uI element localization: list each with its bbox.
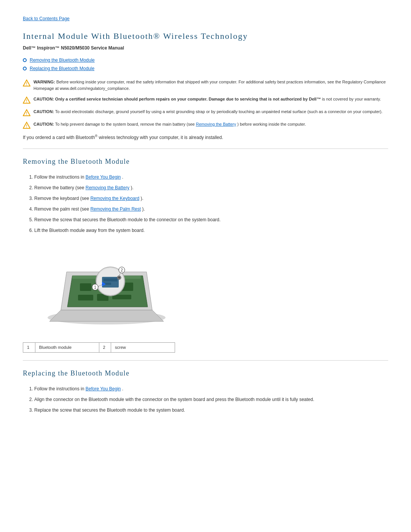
toc-item-removing: Removing the Bluetooth Module: [23, 57, 388, 64]
part-label-1: Bluetooth module: [35, 343, 99, 353]
step2-link[interactable]: Removing the Battery: [86, 185, 129, 190]
part-num-1: 1: [23, 343, 35, 353]
svg-marker-9: [49, 310, 164, 321]
removing-section-title: Removing the Bluetooth Module: [23, 157, 388, 167]
svg-text:2: 2: [121, 268, 123, 272]
step4-link[interactable]: Removing the Palm Rest: [90, 206, 141, 212]
removing-step-4: Remove the palm rest (see Removing the P…: [34, 206, 388, 212]
svg-text:!: !: [26, 124, 27, 128]
manual-subtitle: Dell™ Inspiron™ N5020/M5030 Service Manu…: [23, 45, 388, 51]
replacing-section-title: Replacing the Bluetooth Module: [23, 368, 388, 379]
replacing-step-3: Replace the screw that secures the Bluet…: [34, 407, 388, 414]
caution-text-1: CAUTION: Only a certified service techni…: [33, 96, 381, 102]
removing-section: Removing the Bluetooth Module Follow the…: [23, 157, 388, 353]
intro-text: If you ordered a card with Bluetooth® wi…: [23, 134, 388, 141]
caution-icon-1: !: [23, 96, 30, 104]
step1-post: .: [122, 174, 123, 180]
rep-step1-pre: Follow the instructions in: [34, 386, 86, 391]
toc-link-removing[interactable]: Removing the Bluetooth Module: [30, 57, 95, 64]
caution-block-1: ! CAUTION: Only a certified service tech…: [23, 96, 388, 104]
caution-bold-1: Only a certified service technician shou…: [55, 97, 321, 101]
caution-label-2: CAUTION:: [33, 109, 55, 114]
removing-step-6: Lift the Bluetooth module away from the …: [34, 227, 388, 234]
parts-table-row-1: 1 Bluetooth module 2 screw: [23, 343, 175, 353]
toc-list: Removing the Bluetooth Module Replacing …: [23, 57, 388, 72]
svg-rect-12: [80, 283, 91, 291]
warning-text: WARNING: Before working inside your comp…: [33, 79, 388, 91]
step6-text: Lift the Bluetooth module away from the …: [34, 228, 145, 233]
parts-table: 1 Bluetooth module 2 screw: [23, 342, 175, 353]
caution-pre-3: To help prevent damage to the system boa…: [55, 122, 196, 126]
removing-step-1: Follow the instructions in Before You Be…: [34, 174, 388, 181]
caution-content-2: To avoid electrostatic discharge, ground…: [55, 109, 382, 114]
step3-pre: Remove the keyboard (see: [34, 196, 90, 201]
back-to-contents-link[interactable]: Back to Contents Page: [23, 15, 388, 22]
rep-step2-text: Align the connector on the Bluetooth mod…: [34, 397, 314, 402]
page-title: Internal Module With Bluetooth® Wireless…: [23, 30, 388, 42]
step1-pre: Follow the instructions in: [34, 174, 86, 180]
svg-rect-16: [78, 295, 93, 300]
step1-link[interactable]: Before You Begin: [86, 174, 121, 180]
removing-step-3: Remove the keyboard (see Removing the Ke…: [34, 195, 388, 202]
svg-text:!: !: [26, 112, 27, 116]
step5-text: Remove the screw that secures the Blueto…: [34, 217, 221, 222]
svg-text:!: !: [26, 82, 27, 86]
warning-block: ! WARNING: Before working inside your co…: [23, 79, 388, 91]
warning-label: WARNING:: [33, 80, 56, 84]
replacing-section: Replacing the Bluetooth Module Follow th…: [23, 368, 388, 414]
svg-text:1: 1: [94, 285, 96, 289]
removing-steps-list: Follow the instructions in Before You Be…: [34, 174, 388, 234]
caution-label-3: CAUTION:: [33, 122, 55, 126]
caution-normal-1: is not covered by your warranty.: [322, 97, 381, 101]
step4-pre: Remove the palm rest (see: [34, 206, 90, 212]
caution-block-2: ! CAUTION: To avoid electrostatic discha…: [23, 109, 388, 117]
toc-bullet-removing: [23, 58, 27, 62]
svg-text:!: !: [26, 99, 27, 103]
laptop-image-container: 1 2: [46, 241, 388, 335]
caution-post-3: ) before working inside the computer.: [237, 122, 306, 126]
step2-pre: Remove the battery (see: [34, 185, 86, 190]
warning-content: Before working inside your computer, rea…: [33, 80, 386, 91]
replacing-steps-list: Follow the instructions in Before You Be…: [34, 385, 388, 414]
rep-step1-link[interactable]: Before You Begin: [86, 386, 121, 391]
caution-text-3: CAUTION: To help prevent damage to the s…: [33, 121, 306, 128]
divider-1: [23, 149, 388, 149]
toc-bullet-replacing: [23, 67, 27, 70]
caution-link-3[interactable]: Removing the Battery: [196, 122, 236, 126]
step3-link[interactable]: Removing the Keyboard: [90, 196, 139, 201]
caution-label-1: CAUTION:: [33, 97, 55, 101]
warning-icon: !: [23, 79, 30, 87]
laptop-illustration: 1 2: [46, 241, 167, 333]
toc-item-replacing: Replacing the Bluetooth Module: [23, 65, 388, 72]
toc-link-replacing[interactable]: Replacing the Bluetooth Module: [30, 65, 94, 72]
step4-post: ).: [142, 206, 145, 212]
replacing-step-1: Follow the instructions in Before You Be…: [34, 385, 388, 392]
rep-step1-post: .: [122, 386, 123, 391]
step3-post: ).: [141, 196, 143, 201]
replacing-step-2: Align the connector on the Bluetooth mod…: [34, 396, 388, 403]
caution-icon-3: !: [23, 121, 30, 129]
caution-text-2: CAUTION: To avoid electrostatic discharg…: [33, 109, 382, 115]
svg-rect-23: [104, 278, 117, 281]
removing-step-2: Remove the battery (see Removing the Bat…: [34, 184, 388, 191]
step2-post: ).: [131, 185, 133, 190]
part-label-2: screw: [111, 343, 175, 353]
removing-step-5: Remove the screw that secures the Blueto…: [34, 216, 388, 223]
divider-2: [23, 360, 388, 361]
caution-icon-2: !: [23, 109, 30, 117]
rep-step3-text: Replace the screw that secures the Bluet…: [34, 407, 185, 413]
part-num-2: 2: [99, 343, 111, 353]
caution-block-3: ! CAUTION: To help prevent damage to the…: [23, 121, 388, 129]
